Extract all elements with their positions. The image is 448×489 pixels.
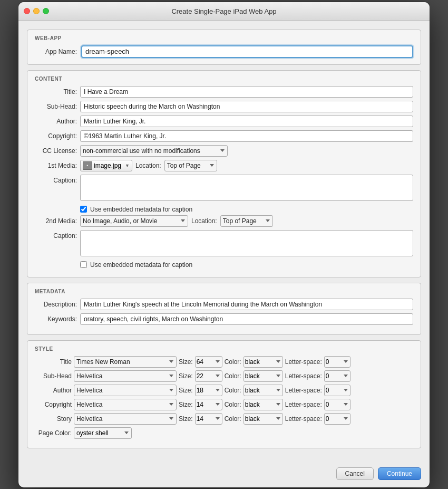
embedded-meta1-checkbox[interactable] <box>80 206 87 213</box>
color-label-copyright: Color: <box>225 401 241 408</box>
media1-row: 1st Media: ▪ image.jpg ▼ Location: Top o… <box>35 160 413 171</box>
style-copyright-label: Copyright <box>35 401 72 408</box>
ls-label-title: Letter-space: <box>285 358 322 366</box>
continue-button[interactable]: Continue <box>378 467 421 480</box>
style-copyright-font[interactable]: Helvetica Times New Roman <box>74 399 177 410</box>
minimize-button[interactable] <box>33 8 40 14</box>
keywords-input[interactable] <box>80 313 413 325</box>
cc-license-row: CC License: non-commercial use with no m… <box>35 145 413 157</box>
embedded-meta1-row: Use embedded metadata for caption <box>80 206 413 213</box>
style-copyright-color[interactable]: black white <box>244 399 283 410</box>
copyright-input[interactable] <box>80 130 413 142</box>
media2-row: 2nd Media: No Image, Audio, or Movie ima… <box>35 215 413 227</box>
color-label-subhead: Color: <box>225 372 241 380</box>
size-label-author: Size: <box>179 387 193 394</box>
cc-license-select[interactable]: non-commercial use with no modifications… <box>80 145 228 157</box>
style-subhead-ls[interactable]: 0 1 <box>324 370 350 382</box>
media1-chevron-icon: ▼ <box>125 163 130 168</box>
media2-select[interactable]: No Image, Audio, or Movie image.jpg <box>80 215 188 227</box>
style-title-row: Title Times New Roman Helvetica Georgia … <box>35 356 413 368</box>
size-label-title: Size: <box>179 358 193 366</box>
app-name-input[interactable] <box>81 45 413 58</box>
caption1-area <box>80 175 413 203</box>
caption2-area <box>80 230 413 258</box>
cancel-button[interactable]: Cancel <box>336 467 374 480</box>
style-section: STYLE Title Times New Roman Helvetica Ge… <box>27 340 421 448</box>
keywords-row: Keywords: <box>35 313 413 325</box>
style-section-label: STYLE <box>35 346 413 352</box>
title-bar: Create Single-Page iPad Web App <box>18 2 430 21</box>
bottom-bar: Cancel Continue <box>18 462 430 487</box>
media1-location-label: Location: <box>135 162 161 169</box>
window-body: WEB-APP App Name: CONTENT Title: Sub-Hea… <box>18 21 430 462</box>
caption1-row: Caption: <box>35 175 413 203</box>
color-label-story: Color: <box>225 415 241 423</box>
embedded-meta2-checkbox[interactable] <box>80 261 87 268</box>
style-story-color[interactable]: black white <box>244 413 283 425</box>
style-author-color[interactable]: black white <box>244 385 283 396</box>
keywords-label: Keywords: <box>35 315 77 323</box>
ls-label-story: Letter-space: <box>285 415 322 423</box>
description-row: Description: <box>35 299 413 310</box>
style-copyright-ls[interactable]: 0 1 <box>324 399 350 410</box>
style-story-label: Story <box>35 415 72 423</box>
author-row: Author: <box>35 116 413 127</box>
page-color-select[interactable]: oyster shell white cream light gray <box>74 427 132 439</box>
style-story-row: Story Helvetica Times New Roman Size: 14… <box>35 413 413 425</box>
style-title-color[interactable]: black white red <box>244 356 283 368</box>
style-title-font[interactable]: Times New Roman Helvetica Georgia <box>74 356 177 368</box>
copyright-row: Copyright: <box>35 130 413 142</box>
caption2-label: Caption: <box>35 230 77 239</box>
maximize-button[interactable] <box>43 8 49 14</box>
author-label: Author: <box>35 118 77 125</box>
title-input[interactable] <box>80 86 413 98</box>
media2-location-label: Location: <box>191 217 217 225</box>
description-input[interactable] <box>80 299 413 310</box>
style-copyright-size[interactable]: 14 12 18 <box>195 399 222 410</box>
style-author-label: Author <box>35 387 72 394</box>
webapp-section-label: WEB-APP <box>35 35 413 41</box>
style-author-row: Author Helvetica Times New Roman Size: 1… <box>35 385 413 396</box>
close-button[interactable] <box>24 8 30 14</box>
caption1-textarea[interactable] <box>80 175 413 201</box>
style-story-size[interactable]: 14 12 18 <box>195 413 222 425</box>
style-author-ls[interactable]: 0 1 <box>324 385 350 396</box>
description-label: Description: <box>35 301 77 308</box>
media1-icon: ▪ <box>83 161 92 170</box>
ls-label-author: Letter-space: <box>285 387 322 394</box>
style-copyright-row: Copyright Helvetica Times New Roman Size… <box>35 399 413 410</box>
caption2-textarea[interactable] <box>80 230 413 256</box>
style-title-ls[interactable]: 0 1 2 <box>324 356 350 368</box>
media2-location-select[interactable]: Top of Page Bottom of Page <box>220 215 273 227</box>
caption2-row: Caption: <box>35 230 413 258</box>
title-row: Title: <box>35 86 413 98</box>
cc-license-label: CC License: <box>35 147 77 155</box>
main-window: Create Single-Page iPad Web App WEB-APP … <box>18 2 430 487</box>
media1-location-select[interactable]: Top of Page Bottom of Page <box>164 160 217 171</box>
style-title-size[interactable]: 64 48 36 <box>195 356 222 368</box>
ls-label-subhead: Letter-space: <box>285 372 322 380</box>
style-story-font[interactable]: Helvetica Times New Roman <box>74 413 177 425</box>
media1-label: 1st Media: <box>35 162 77 169</box>
style-subhead-size[interactable]: 22 18 14 <box>195 370 222 382</box>
app-name-label: App Name: <box>35 48 77 55</box>
subhead-input[interactable] <box>80 101 413 112</box>
style-subhead-color[interactable]: black white <box>244 370 283 382</box>
copyright-label: Copyright: <box>35 132 77 140</box>
caption1-label: Caption: <box>35 175 77 184</box>
color-label-title: Color: <box>225 358 241 366</box>
media2-label: 2nd Media: <box>35 217 77 225</box>
traffic-lights <box>24 8 49 14</box>
subhead-row: Sub-Head: <box>35 101 413 112</box>
media1-value: image.jpg <box>94 162 121 169</box>
size-label-copyright: Size: <box>179 401 193 408</box>
metadata-section-label: METADATA <box>35 289 413 294</box>
style-author-font[interactable]: Helvetica Times New Roman <box>74 385 177 396</box>
app-name-row: App Name: <box>35 45 413 58</box>
style-author-size[interactable]: 18 14 22 <box>195 385 222 396</box>
style-subhead-font[interactable]: Helvetica Times New Roman <box>74 370 177 382</box>
title-label: Title: <box>35 88 77 95</box>
author-input[interactable] <box>80 116 413 127</box>
webapp-section: WEB-APP App Name: <box>27 30 421 65</box>
style-story-ls[interactable]: 0 1 <box>324 413 350 425</box>
